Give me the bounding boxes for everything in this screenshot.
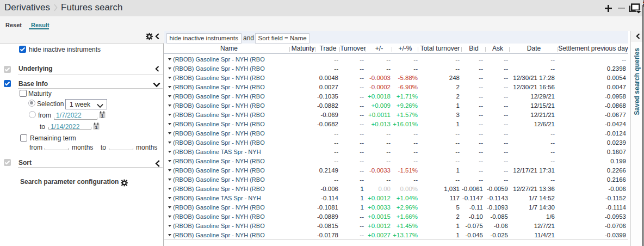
svg-text:1: 1 (95, 125, 97, 130)
svg-text:1: 1 (101, 113, 103, 119)
